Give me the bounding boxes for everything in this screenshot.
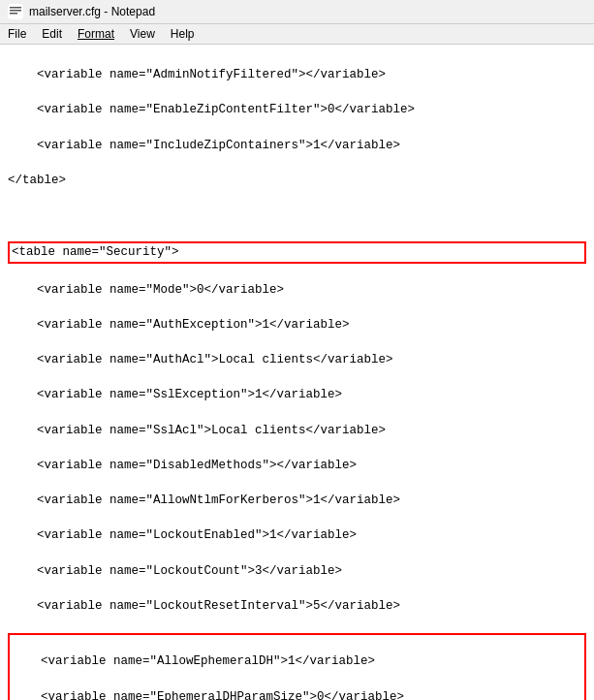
menu-bar: File Edit Format View Help bbox=[0, 24, 594, 45]
line: <variable name="EnableZipContentFilter">… bbox=[8, 101, 586, 118]
svg-rect-1 bbox=[10, 7, 21, 9]
svg-rect-0 bbox=[8, 4, 23, 19]
menu-view[interactable]: View bbox=[122, 24, 163, 44]
menu-edit[interactable]: Edit bbox=[34, 24, 70, 44]
line: <variable name="Mode">0</variable> bbox=[8, 281, 586, 299]
app-icon bbox=[8, 4, 23, 19]
editor-content[interactable]: <variable name="AdminNotifyFiltered"></v… bbox=[0, 45, 594, 700]
line: <variable name="LockoutResetInterval">5<… bbox=[8, 597, 586, 615]
line: <variable name="LockoutEnabled">1</varia… bbox=[8, 526, 586, 544]
menu-file[interactable]: File bbox=[0, 24, 34, 44]
security-table-tag: <table name="Security"> bbox=[12, 243, 582, 261]
line: <variable name="SslAcl">Local clients</v… bbox=[8, 422, 586, 439]
line: <variable name="LockoutCount">3</variabl… bbox=[8, 562, 586, 580]
line: <variable name="AllowEphemeralDH">1</var… bbox=[12, 652, 582, 670]
line: <variable name="IncludeZipContainers">1<… bbox=[8, 137, 586, 154]
line bbox=[8, 207, 586, 224]
title-bar: mailserver.cfg - Notepad bbox=[0, 0, 594, 24]
line: <variable name="AdminNotifyFiltered"></v… bbox=[8, 66, 586, 83]
security-inner-highlight: <variable name="AllowEphemeralDH">1</var… bbox=[8, 633, 586, 700]
line: <variable name="SslException">1</variabl… bbox=[8, 386, 586, 403]
line: <variable name="DisabledMethods"></varia… bbox=[8, 457, 586, 474]
menu-help[interactable]: Help bbox=[163, 24, 203, 44]
line: </table> bbox=[8, 172, 586, 189]
window-title: mailserver.cfg - Notepad bbox=[29, 5, 155, 18]
menu-format[interactable]: Format bbox=[70, 24, 122, 44]
line: <variable name="AllowNtlmForKerberos">1<… bbox=[8, 492, 586, 509]
svg-rect-3 bbox=[10, 13, 17, 15]
security-table-highlight: <table name="Security"> bbox=[8, 241, 586, 263]
line: <variable name="AuthException">1</variab… bbox=[8, 316, 586, 334]
line: <variable name="EphemeralDHParamSize">0<… bbox=[12, 688, 582, 701]
svg-rect-2 bbox=[10, 10, 21, 12]
line: <variable name="AuthAcl">Local clients</… bbox=[8, 351, 586, 368]
